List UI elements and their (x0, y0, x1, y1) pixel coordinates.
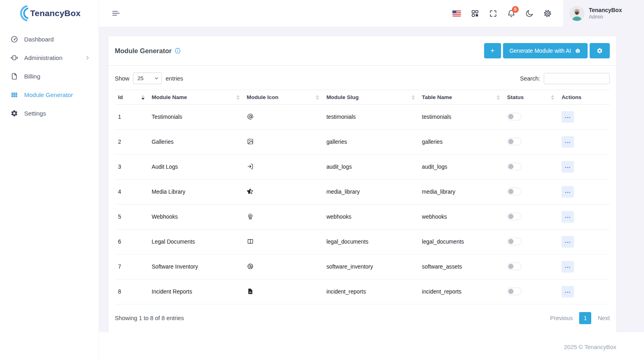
user-name: TenancyBox (589, 7, 622, 13)
cell-module-name: Media Library (149, 180, 244, 205)
status-toggle[interactable] (507, 213, 522, 220)
dark-mode-moon-icon[interactable] (525, 9, 534, 18)
sidebar-item-label: Module Generator (24, 91, 73, 98)
cell-table-name: incident_reports (419, 279, 504, 304)
column-header-module-slug[interactable]: Module Slug (323, 90, 418, 105)
column-label: Actions (561, 94, 582, 100)
column-header-module-name[interactable]: Module Name (149, 90, 244, 105)
apps-grid-icon[interactable] (471, 9, 479, 18)
column-header-id[interactable]: Id (115, 90, 149, 105)
column-label: Id (118, 94, 123, 100)
notifications-bell-icon[interactable]: 0 (507, 9, 516, 18)
settings-gear-icon[interactable] (543, 9, 552, 18)
column-header-status[interactable]: Status (504, 90, 558, 105)
carousel-icon (10, 54, 18, 62)
cell-actions: ... (558, 130, 610, 155)
entries-label: entries (166, 75, 183, 82)
module-settings-button[interactable] (590, 43, 610, 58)
cell-actions: ... (558, 279, 610, 304)
sidebar-item-label: Administration (24, 54, 62, 61)
cell-module-icon (244, 180, 323, 205)
cell-status (504, 130, 558, 155)
info-icon[interactable] (174, 48, 181, 54)
status-toggle[interactable] (507, 288, 522, 295)
copyright-text: 2025 © TenancyBox (564, 344, 616, 350)
ellipsis-icon: ... (565, 238, 571, 244)
file-icon (10, 72, 18, 80)
ellipsis-icon: ... (565, 188, 571, 194)
cell-module-slug: galleries (323, 130, 418, 155)
pagination-page-1[interactable]: 1 (579, 312, 591, 324)
column-header-actions: Actions (558, 90, 610, 105)
status-toggle[interactable] (507, 238, 522, 245)
cell-actions: ... (558, 230, 610, 254)
cell-module-name: Legal Documents (149, 230, 244, 254)
show-label: Show (115, 75, 129, 82)
table-controls: Show 25 entries Search: (108, 66, 616, 90)
column-label: Module Name (152, 94, 187, 100)
row-actions-button[interactable]: ... (561, 261, 574, 273)
toggle-knob (508, 114, 514, 119)
row-actions-button[interactable]: ... (561, 186, 574, 198)
row-actions-button[interactable]: ... (561, 211, 574, 223)
sidebar-item-administration[interactable]: Administration (0, 48, 99, 67)
sidebar-item-settings[interactable]: Settings (0, 104, 99, 122)
toggle-knob (508, 239, 514, 244)
add-module-button[interactable]: + (484, 43, 501, 58)
pagination-previous[interactable]: Previous (550, 315, 573, 321)
row-actions-button[interactable]: ... (561, 236, 574, 248)
status-toggle[interactable] (507, 263, 522, 270)
sidebar-item-dashboard[interactable]: Dashboard (0, 30, 99, 48)
status-toggle[interactable] (507, 113, 522, 120)
generate-module-ai-button[interactable]: Generate Module with AI (503, 43, 588, 58)
user-menu[interactable]: TenancyBox Admin (563, 0, 644, 27)
image-icon (247, 138, 254, 145)
sidebar-item-label: Billing (24, 73, 40, 80)
cell-status (504, 230, 558, 254)
toggle-knob (508, 164, 514, 169)
cell-module-icon (244, 130, 323, 155)
language-flag-icon[interactable] (452, 10, 461, 17)
column-header-table-name[interactable]: Table Name (419, 90, 504, 105)
module-generator-card: Module Generator + Generate Module with … (108, 36, 616, 333)
hamburger-menu-icon[interactable] (111, 8, 121, 19)
ellipsis-icon: ... (565, 288, 571, 294)
search-label: Search: (520, 75, 540, 82)
brand-logo[interactable]: TenancyBox (0, 0, 99, 27)
topbar: 0 TenancyBox Admin (99, 0, 644, 27)
page-size-select[interactable]: 25 (133, 72, 162, 84)
sidebar-item-label: Dashboard (24, 36, 54, 43)
app-root: TenancyBox DashboardAdministrationBillin… (0, 0, 644, 362)
sort-arrows-icon (236, 95, 240, 100)
pagination: Previous 1 Next (550, 312, 610, 324)
status-toggle[interactable] (507, 138, 522, 145)
column-header-module-icon[interactable]: Module Icon (244, 90, 323, 105)
toggle-knob (508, 139, 514, 144)
status-toggle[interactable] (507, 163, 522, 170)
pagination-next[interactable]: Next (598, 315, 610, 321)
sidebar-item-label: Settings (24, 110, 46, 117)
sidebar-item-module-generator[interactable]: Module Generator (0, 85, 99, 104)
column-label: Table Name (422, 94, 452, 100)
row-actions-button[interactable]: ... (561, 161, 574, 173)
ellipsis-icon: ... (565, 138, 571, 144)
page-footer: 2025 © TenancyBox (99, 332, 644, 362)
status-toggle[interactable] (507, 188, 522, 195)
fullscreen-icon[interactable] (489, 9, 497, 18)
row-actions-button[interactable]: ... (561, 136, 574, 148)
cell-module-slug: legal_documents (323, 230, 418, 254)
cell-module-icon (244, 230, 323, 254)
ellipsis-icon: ... (565, 113, 571, 119)
sidebar-item-billing[interactable]: Billing (0, 67, 99, 85)
cell-module-icon (244, 105, 323, 130)
cell-module-name: Galleries (149, 130, 244, 155)
cell-module-name: Webhooks (149, 205, 244, 230)
sort-arrows-icon (551, 95, 554, 100)
toggle-knob (508, 189, 514, 194)
page-size-control: Show 25 entries (115, 72, 183, 84)
row-actions-button[interactable]: ... (561, 286, 574, 298)
ellipsis-icon: ... (565, 213, 571, 219)
search-input[interactable] (544, 73, 610, 84)
cell-table-name: media_library (419, 180, 504, 205)
row-actions-button[interactable]: ... (561, 111, 574, 123)
